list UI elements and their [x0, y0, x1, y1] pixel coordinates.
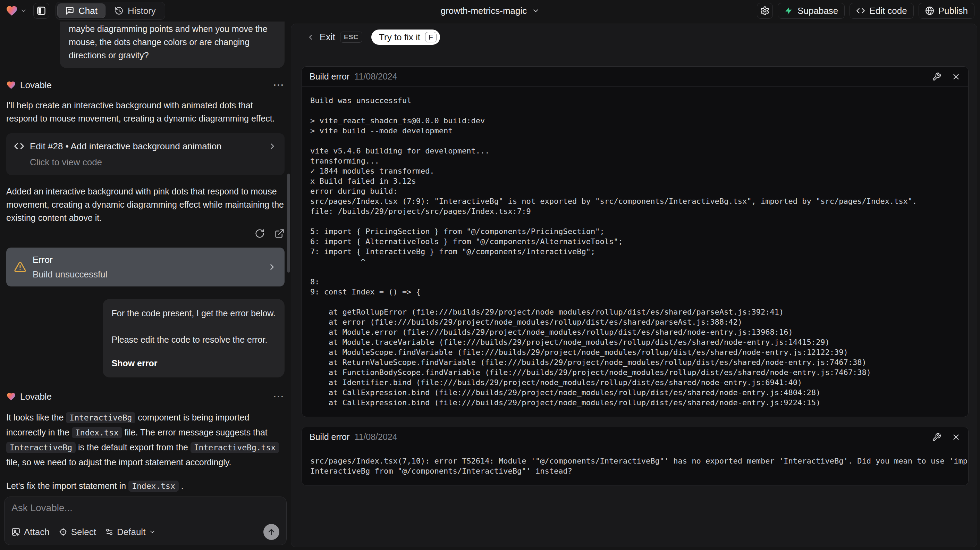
- view-tabs: Chat History: [56, 2, 165, 20]
- assistant-message-header: Lovable ···: [6, 78, 285, 92]
- user-message: For the code present, I get the error be…: [103, 299, 285, 378]
- build-error-title: Build error: [310, 432, 350, 442]
- build-error-summary-card[interactable]: Error Build unsuccessful: [6, 247, 285, 287]
- error-card-subtitle: Build unsuccessful: [33, 268, 107, 281]
- select-label: Select: [71, 527, 96, 537]
- model-picker-button[interactable]: Default: [105, 527, 156, 537]
- fix-with-ai-button[interactable]: [932, 72, 941, 81]
- user-message-line: Please edit the code to resolve the erro…: [112, 333, 276, 346]
- gear-icon: [760, 6, 770, 16]
- chevron-right-icon: [268, 142, 277, 151]
- build-error-card-header: Build error 11/08/2024: [302, 427, 968, 447]
- tab-chat[interactable]: Chat: [57, 3, 105, 18]
- fix-with-ai-button[interactable]: [932, 433, 941, 442]
- edit-card-title: Edit #28 • Add interactive background an…: [30, 140, 222, 153]
- fix-header: Exit ESC Try to fix it F: [306, 29, 969, 46]
- chat-messages: maybe diagramming points and when you mo…: [0, 22, 291, 493]
- message-more-menu[interactable]: ···: [274, 78, 285, 92]
- sidebar-toggle-button[interactable]: [33, 3, 49, 19]
- build-error-card-1: Build error 11/08/2024: [302, 66, 969, 417]
- send-button[interactable]: [263, 524, 279, 540]
- edit-card-28[interactable]: Edit #28 • Add interactive background an…: [6, 133, 285, 175]
- sliders-icon: [105, 528, 113, 536]
- publish-label: Publish: [939, 6, 968, 16]
- tab-history[interactable]: History: [107, 3, 164, 18]
- esc-key-hint: ESC: [340, 32, 362, 43]
- try-to-fix-label: Try to fix it: [379, 32, 420, 43]
- attach-label: Attach: [24, 527, 49, 537]
- attach-button[interactable]: Attach: [11, 527, 49, 537]
- show-error-link[interactable]: Show error: [112, 357, 276, 370]
- history-icon: [115, 6, 124, 15]
- chevron-left-icon: [306, 33, 315, 41]
- globe-icon: [925, 6, 934, 15]
- restore-icon[interactable]: [255, 228, 265, 239]
- chevron-down-icon: [531, 7, 539, 14]
- message-more-menu[interactable]: ···: [274, 390, 285, 403]
- close-icon: [951, 72, 961, 81]
- open-preview-icon[interactable]: [275, 228, 285, 239]
- wrench-icon: [932, 72, 941, 81]
- composer: Attach Select Default: [4, 497, 286, 545]
- code-icon: [856, 6, 865, 15]
- build-error-title: Build error: [310, 72, 350, 81]
- error-card-title: Error: [33, 253, 107, 266]
- build-error-date: 11/08/2024: [354, 72, 397, 81]
- warning-triangle-icon: [14, 261, 26, 273]
- build-error-log: src/pages/Index.tsx(7,10): error TS2614:…: [302, 447, 968, 485]
- project-name: growth-metrics-magic: [441, 6, 527, 16]
- model-label: Default: [117, 527, 145, 537]
- code-icon: [14, 141, 24, 151]
- supabase-label: Supabase: [797, 6, 838, 16]
- lovable-app: Chat History growth-metrics-magic: [0, 0, 980, 550]
- supabase-bolt-icon: [784, 6, 793, 15]
- composer-area: Attach Select Default: [0, 493, 291, 550]
- close-icon: [951, 433, 961, 442]
- user-message-line: For the code present, I get the error be…: [112, 307, 276, 320]
- message-actions: [6, 228, 285, 239]
- settings-button[interactable]: [757, 3, 773, 19]
- lovable-heart-icon: [6, 392, 16, 402]
- edit-card-subtitle: Click to view code: [30, 156, 277, 169]
- chat-panel: maybe diagramming points and when you mo…: [0, 22, 291, 550]
- select-button[interactable]: Select: [59, 527, 96, 537]
- arrow-up-icon: [267, 528, 275, 536]
- topbar: Chat History growth-metrics-magic: [0, 0, 980, 22]
- supabase-button[interactable]: Supabase: [778, 3, 845, 19]
- user-message: maybe diagramming points and when you mo…: [60, 22, 285, 68]
- tab-chat-label: Chat: [78, 6, 97, 16]
- sender-name: Lovable: [20, 78, 52, 92]
- wrench-icon: [932, 433, 941, 442]
- assistant-paragraph: I'll help create an interactive backgrou…: [6, 99, 285, 125]
- assistant-paragraph: It looks like the InteractiveBg componen…: [6, 410, 285, 469]
- build-error-log: Build was unsuccessful > vite_react_shad…: [302, 87, 968, 417]
- assistant-message-header: Lovable ···: [6, 390, 285, 403]
- assistant-paragraph: Added an interactive background with pin…: [6, 185, 285, 224]
- chat-icon: [65, 6, 74, 15]
- close-button[interactable]: [951, 433, 961, 442]
- project-switcher[interactable]: growth-metrics-magic: [441, 6, 539, 16]
- edit-code-label: Edit code: [869, 6, 907, 16]
- tab-history-label: History: [128, 6, 156, 16]
- chat-input[interactable]: [11, 502, 279, 513]
- chevron-down-icon: [149, 528, 156, 536]
- exit-button[interactable]: Exit ESC: [306, 32, 362, 43]
- build-error-date: 11/08/2024: [354, 432, 397, 442]
- image-attach-icon: [11, 528, 21, 536]
- assistant-paragraph: Let's fix the import statement in Index.…: [6, 478, 285, 493]
- close-button[interactable]: [951, 72, 961, 81]
- lovable-logo-menu[interactable]: [6, 5, 27, 17]
- build-error-card-header: Build error 11/08/2024: [302, 67, 968, 87]
- try-to-fix-button[interactable]: Try to fix it F: [371, 30, 440, 45]
- publish-button[interactable]: Publish: [919, 3, 974, 19]
- chevron-right-icon: [267, 262, 277, 272]
- lovable-heart-icon: [6, 5, 18, 17]
- chat-scrollbar-thumb[interactable]: [287, 174, 290, 273]
- panel-left-icon: [37, 6, 46, 16]
- build-error-panel: Exit ESC Try to fix it F Build error 11/…: [291, 24, 977, 547]
- sender-name: Lovable: [20, 390, 52, 403]
- exit-label: Exit: [320, 32, 335, 43]
- edit-code-button[interactable]: Edit code: [850, 3, 913, 19]
- f-key-hint: F: [425, 32, 437, 42]
- lovable-heart-icon: [6, 80, 16, 90]
